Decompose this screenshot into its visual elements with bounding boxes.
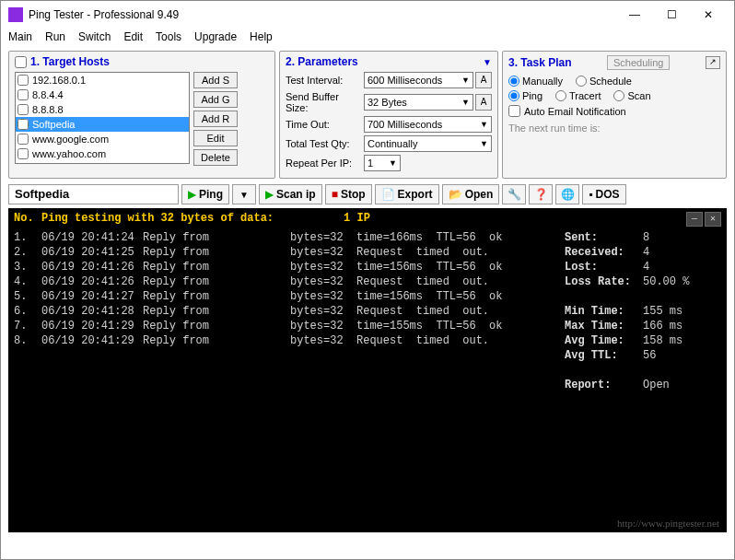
hosts-list[interactable]: 192.168.0.18.8.4.48.8.8.8Softpediawww.go… [15,72,190,164]
folder-icon: 📂 [449,188,462,201]
task-plan-panel: 3. Task Plan Scheduling ↗ Manually Sched… [502,51,727,179]
host-label: www.yahoo.com [32,148,106,159]
host-checkbox[interactable] [18,163,29,164]
host-checkbox[interactable] [18,75,29,86]
host-item[interactable]: Softpedia [16,117,189,132]
manually-radio[interactable]: Manually [508,76,563,87]
tracert-radio[interactable]: Tracert [555,90,601,101]
console-ip-count: 1 IP [344,212,370,225]
parameters-dropdown-icon[interactable]: ▼ [483,57,492,67]
target-hosts-checkbox[interactable] [15,56,27,68]
menubar: Main Run Switch Edit Tools Upgrade Help [1,29,734,47]
edit-button[interactable]: Edit [193,130,238,146]
url-text: http://www.pingtester.net [617,518,719,529]
menu-help[interactable]: Help [250,30,273,43]
menu-main[interactable]: Main [8,30,32,43]
scheduling-button[interactable]: Scheduling [607,55,670,70]
target-hosts-panel: 1. Target Hosts 192.168.0.18.8.4.48.8.8.… [8,51,275,179]
expand-button[interactable]: ↗ [706,56,720,69]
app-icon [8,7,23,22]
host-item[interactable]: 8.8.8.8 [16,102,189,117]
stop-icon: ■ [332,188,338,201]
host-item[interactable]: www.google.com [16,132,189,146]
play-icon: ▶ [188,188,196,201]
send-buffer-combo[interactable]: 32 Bytes▼ [364,94,473,111]
host-item[interactable]: IP_Group_01 [16,161,189,164]
console: — ✕ No. Ping testing with 32 bytes of da… [8,208,727,532]
console-close-button[interactable]: ✕ [705,212,721,227]
host-item[interactable]: 192.168.0.1 [16,73,189,88]
report-open-link[interactable]: Open [643,378,670,392]
dos-icon: ▪ [589,188,592,201]
total-qty-label: Total Test Qty: [286,138,364,149]
open-button[interactable]: 📂Open [442,184,500,204]
add-r-button[interactable]: Add R [193,111,238,127]
log-row: 6.06/19 20:41:28Reply frombytes=32 Reque… [14,304,565,319]
dos-button[interactable]: ▪DOS [582,184,625,204]
menu-switch[interactable]: Switch [78,30,111,43]
send-buffer-label: Send Buffer Size: [286,91,364,113]
menu-upgrade[interactable]: Upgrade [194,30,237,43]
window-title: Ping Tester - Professional 9.49 [29,8,616,21]
export-icon: 📄 [381,188,395,201]
play-icon: ▶ [265,188,274,201]
total-qty-combo[interactable]: Continually▼ [364,135,492,152]
test-interval-label: Test Interval: [286,75,364,86]
repeat-combo[interactable]: 1▼ [364,155,401,171]
log-row: 4.06/19 20:41:26Reply frombytes=32 Reque… [14,274,565,289]
timeout-label: Time Out: [286,119,364,130]
host-label: 8.8.4.4 [32,89,64,100]
scan-ip-button[interactable]: ▶Scan ip [259,184,322,204]
log-row: 5.06/19 20:41:27Reply frombytes=32 time=… [14,289,565,304]
auto-email-checkbox[interactable] [508,105,520,117]
auto-email-label: Auto Email Notification [524,106,626,117]
menu-tools[interactable]: Tools [156,30,181,43]
ping-dropdown-button[interactable]: ▼ [232,184,256,204]
menu-run[interactable]: Run [45,30,65,43]
host-checkbox[interactable] [18,89,29,100]
maximize-button[interactable]: ☐ [653,1,690,29]
host-item[interactable]: 8.8.4.4 [16,88,189,102]
schedule-radio[interactable]: Schedule [576,76,632,87]
test-interval-combo[interactable]: 600 Milliseconds▼ [364,72,473,88]
add-s-button[interactable]: Add S [193,72,238,88]
host-label: 192.168.0.1 [32,75,86,86]
host-checkbox[interactable] [18,148,29,159]
ie-button[interactable]: 🌐 [555,184,579,204]
console-minimize-button[interactable]: — [686,212,703,227]
task-plan-title: 3. Task Plan [508,56,571,69]
add-g-button[interactable]: Add G [193,91,238,108]
host-display: Softpedia [8,184,179,204]
host-checkbox[interactable] [18,119,29,130]
host-label: Softpedia [32,119,75,130]
ping-radio[interactable]: Ping [508,90,542,101]
export-button[interactable]: 📄Export [375,184,439,204]
close-button[interactable]: ✕ [690,1,727,29]
tool-button-1[interactable]: 🔧 [502,184,526,204]
console-header-text: Ping testing with 32 bytes of data: [41,212,274,225]
console-no-header: No. [14,212,41,225]
host-label: www.google.com [32,134,109,145]
stop-button[interactable]: ■Stop [325,184,372,204]
log-row: 3.06/19 20:41:26Reply frombytes=32 time=… [14,260,565,274]
test-interval-a-button[interactable]: A [475,72,492,88]
host-checkbox[interactable] [18,104,29,115]
send-buffer-a-button[interactable]: A [475,94,492,111]
host-checkbox[interactable] [18,134,29,145]
toolbar: Softpedia ▶Ping ▼ ▶Scan ip ■Stop 📄Export… [1,182,734,208]
titlebar: Ping Tester - Professional 9.49 — ☐ ✕ [1,1,734,29]
parameters-panel: 2. Parameters▼ Test Interval:600 Millise… [279,51,498,179]
log-area: 1.06/19 20:41:24Reply frombytes=32 time=… [14,230,565,392]
host-label: 8.8.8.8 [32,104,64,115]
host-label: IP_Group_01 [32,163,92,164]
stats-area: Sent:8 Received:4 Lost:4 Loss Rate:50.00… [565,230,721,392]
scan-radio[interactable]: Scan [613,90,650,101]
minimize-button[interactable]: — [616,1,653,29]
delete-button[interactable]: Delete [193,149,238,166]
menu-edit[interactable]: Edit [123,30,143,43]
host-item[interactable]: www.yahoo.com [16,146,189,161]
timeout-combo[interactable]: 700 Milliseconds▼ [364,116,492,133]
target-hosts-title: 1. Target Hosts [30,55,110,68]
ping-button[interactable]: ▶Ping [181,184,229,204]
help-button[interactable]: ❓ [529,184,553,204]
